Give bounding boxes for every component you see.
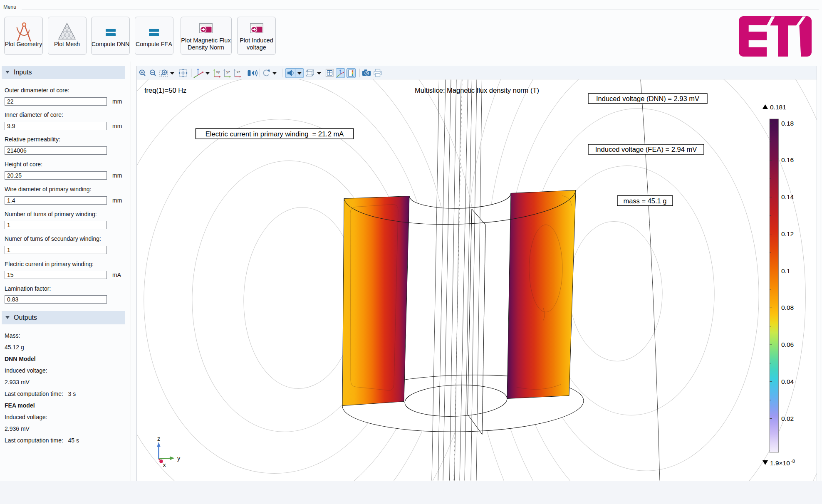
svg-text:xz: xz xyxy=(237,70,241,74)
svg-text:Induced voltage (DNN) = 2.93 m: Induced voltage (DNN) = 2.93 mV xyxy=(596,95,699,102)
svg-text:1.9×10: 1.9×10 xyxy=(770,460,790,467)
svg-text:0.16: 0.16 xyxy=(781,156,794,163)
svg-text:0.12: 0.12 xyxy=(781,230,794,237)
svg-text:yz: yz xyxy=(226,70,230,74)
svg-text:mass = 45.1 g: mass = 45.1 g xyxy=(623,197,666,205)
svg-text:0.18: 0.18 xyxy=(781,120,794,127)
svg-text:Electric current in primary wi: Electric current in primary winding = 21… xyxy=(206,130,344,138)
svg-text:z: z xyxy=(157,435,160,442)
svg-text:0.06: 0.06 xyxy=(781,341,794,348)
svg-text:xy: xy xyxy=(216,70,220,74)
svg-text:x: x xyxy=(163,462,166,468)
svg-text:0.04: 0.04 xyxy=(781,378,794,385)
svg-text:0.14: 0.14 xyxy=(781,193,794,200)
svg-text:-8: -8 xyxy=(791,459,795,464)
svg-text:0.181: 0.181 xyxy=(770,104,786,111)
svg-text:Multislice: Magnetic flux dens: Multislice: Magnetic flux density norm (… xyxy=(415,86,539,94)
svg-text:0.02: 0.02 xyxy=(781,415,794,422)
svg-text:freq(1)=50 Hz: freq(1)=50 Hz xyxy=(144,86,186,94)
svg-text:0.1: 0.1 xyxy=(781,267,790,274)
svg-text:0.08: 0.08 xyxy=(781,304,794,311)
svg-text:y: y xyxy=(177,455,181,462)
svg-text:Induced voltage (FEA) = 2.94 m: Induced voltage (FEA) = 2.94 mV xyxy=(595,146,697,153)
